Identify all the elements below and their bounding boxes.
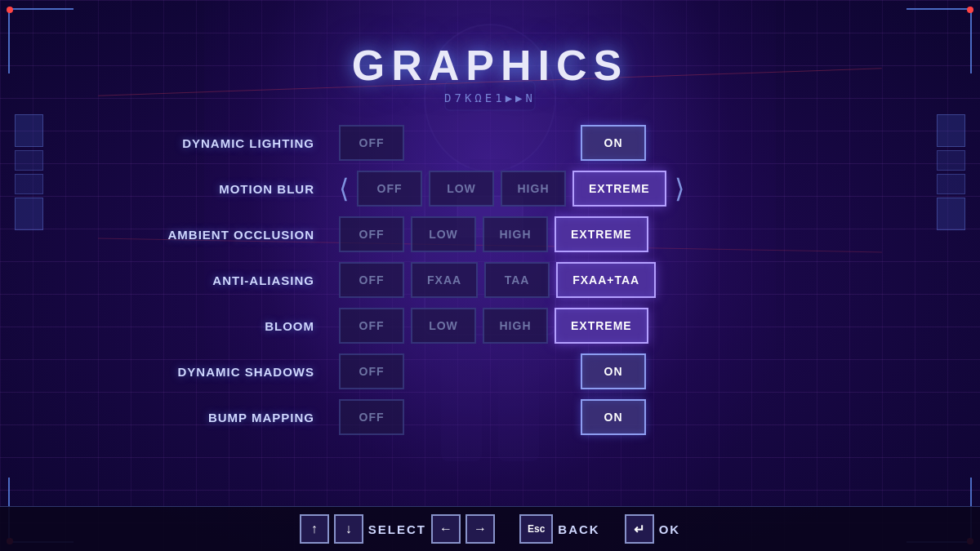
setting-row-dynamic-shadows: DYNAMIC SHADOWS OFF ON	[143, 349, 837, 393]
option-bloom-off[interactable]: OFF	[339, 308, 404, 344]
key-enter[interactable]: ↵	[625, 514, 654, 544]
option-dynamic-shadows-off[interactable]: OFF	[339, 353, 404, 389]
setting-row-ambient-occlusion: AMBIENT OCCLUSION OFF LOW HIGH EXTREME	[143, 212, 837, 256]
label-bloom: BLOOM	[143, 319, 339, 333]
option-bloom-extreme[interactable]: EXTREME	[555, 308, 648, 344]
label-back: BACK	[558, 522, 599, 536]
option-bloom-high[interactable]: HIGH	[483, 308, 548, 344]
setting-row-anti-aliasing: ANTI-ALIASING OFF FXAA TAA FXAA+TAA	[143, 258, 837, 302]
title-area: GRAPHICS D7KΩE1▶▶N	[352, 41, 628, 104]
options-motion-blur: ⟨ OFF LOW HIGH EXTREME ⟩	[339, 171, 684, 207]
settings-area: DYNAMIC LIGHTING OFF ON MOTION BLUR ⟨ OF…	[143, 121, 837, 441]
setting-row-motion-blur: MOTION BLUR ⟨ OFF LOW HIGH EXTREME ⟩	[143, 167, 837, 211]
options-bump-mapping: OFF ON	[339, 399, 646, 435]
nav-group-select: ↑ ↓ SELECT ← →	[300, 514, 495, 544]
nav-group-back: Esc BACK	[519, 514, 600, 544]
option-anti-aliasing-taa[interactable]: TAA	[484, 262, 550, 298]
page-title: GRAPHICS	[352, 41, 628, 90]
label-motion-blur: MOTION BLUR	[143, 182, 339, 196]
nav-group-ok: ↵ OK	[625, 514, 681, 544]
label-select: SELECT	[368, 522, 426, 536]
label-bump-mapping: BUMP MAPPING	[143, 411, 339, 424]
option-anti-aliasing-off[interactable]: OFF	[339, 262, 404, 298]
setting-row-bloom: BLOOM OFF LOW HIGH EXTREME	[143, 304, 837, 348]
options-anti-aliasing: OFF FXAA TAA FXAA+TAA	[339, 262, 656, 298]
label-dynamic-lighting: DYNAMIC LIGHTING	[143, 136, 339, 150]
label-ambient-occlusion: AMBIENT OCCLUSION	[143, 228, 339, 242]
page-subtitle: D7KΩE1▶▶N	[352, 91, 628, 104]
option-bump-mapping-on[interactable]: ON	[581, 399, 646, 435]
options-dynamic-shadows: OFF ON	[339, 353, 646, 389]
option-motion-blur-high[interactable]: HIGH	[501, 171, 566, 207]
option-bump-mapping-off[interactable]: OFF	[339, 399, 404, 435]
bracket-left-motion-blur: ⟨	[339, 173, 349, 204]
option-bloom-low[interactable]: LOW	[411, 308, 476, 344]
option-anti-aliasing-fxaa[interactable]: FXAA	[411, 262, 478, 298]
key-up[interactable]: ↑	[300, 514, 329, 544]
option-anti-aliasing-fxaa-taa[interactable]: FXAA+TAA	[556, 262, 656, 298]
label-anti-aliasing: ANTI-ALIASING	[143, 273, 339, 287]
options-ambient-occlusion: OFF LOW HIGH EXTREME	[339, 216, 648, 252]
key-down[interactable]: ↓	[334, 514, 363, 544]
label-dynamic-shadows: DYNAMIC SHADOWS	[143, 365, 339, 379]
main-content: GRAPHICS D7KΩE1▶▶N DYNAMIC LIGHTING OFF …	[0, 0, 980, 551]
label-ok: OK	[659, 522, 681, 536]
option-dynamic-lighting-on[interactable]: ON	[581, 125, 646, 161]
option-ambient-occlusion-extreme[interactable]: EXTREME	[555, 216, 648, 252]
key-esc[interactable]: Esc	[519, 514, 553, 544]
option-dynamic-shadows-on[interactable]: ON	[581, 353, 646, 389]
bottom-nav-bar: ↑ ↓ SELECT ← → Esc BACK ↵ OK	[0, 506, 980, 551]
options-bloom: OFF LOW HIGH EXTREME	[339, 308, 648, 344]
option-ambient-occlusion-high[interactable]: HIGH	[483, 216, 548, 252]
option-dynamic-lighting-off[interactable]: OFF	[339, 125, 404, 161]
bracket-right-motion-blur: ⟩	[675, 173, 684, 204]
options-dynamic-lighting: OFF ON	[339, 125, 646, 161]
option-ambient-occlusion-low[interactable]: LOW	[411, 216, 476, 252]
setting-row-bump-mapping: BUMP MAPPING OFF ON	[143, 395, 837, 439]
option-motion-blur-off[interactable]: OFF	[357, 171, 422, 207]
option-motion-blur-low[interactable]: LOW	[429, 171, 494, 207]
option-ambient-occlusion-off[interactable]: OFF	[339, 216, 404, 252]
key-right[interactable]: →	[466, 514, 495, 544]
key-left[interactable]: ←	[431, 514, 461, 544]
option-motion-blur-extreme[interactable]: EXTREME	[572, 171, 666, 207]
setting-row-dynamic-lighting: DYNAMIC LIGHTING OFF ON	[143, 121, 837, 165]
